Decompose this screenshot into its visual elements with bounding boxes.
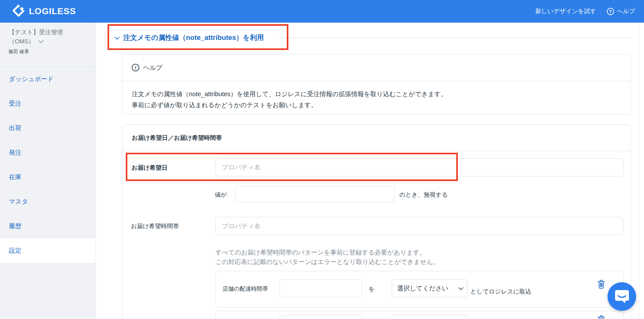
sidebar-item-shipments[interactable]: 出荷 bbox=[0, 116, 96, 140]
help-link-label: ヘルプ bbox=[617, 7, 635, 15]
import-as-suffix-label: としてロジレスに取込 bbox=[470, 288, 531, 296]
help-card-body: 注文メモの属性値（note_attributes）を使用して、ロジレスに受注情報… bbox=[122, 81, 630, 118]
info-icon: i bbox=[132, 64, 139, 71]
time-slot-property-input[interactable] bbox=[215, 217, 624, 235]
section-title-text: 注文メモの属性値（note_attributes）を利用 bbox=[123, 33, 264, 42]
organization-name-line2: （OMS） bbox=[9, 37, 34, 46]
sidebar-nav: ダッシュボード 受注 出荷 発注 在庫 マスタ 履歴 設定 bbox=[0, 67, 96, 263]
delivery-date-property-input[interactable] bbox=[215, 158, 624, 176]
ignore-value-prefix-label: 値が bbox=[215, 191, 227, 199]
section-title-rule bbox=[278, 38, 631, 38]
sidebar-item-orders[interactable]: 受注 bbox=[0, 91, 96, 116]
logo-text: LOGILESS bbox=[29, 6, 76, 16]
delivery-settings-card-header: お届け希望日／お届け希望時間帯 bbox=[122, 125, 630, 151]
header-actions: 新しいデザインを試す ? ヘルプ bbox=[535, 7, 635, 15]
sidebar-item-dashboard[interactable]: ダッシュボード bbox=[0, 67, 96, 91]
select-value: 選択してください bbox=[397, 284, 448, 293]
scroll-track-line bbox=[639, 23, 639, 319]
logiless-app-window: LOGILESS 新しいデザインを試す ? ヘルプ 【テスト】受注管理 （OMS… bbox=[0, 0, 644, 319]
chevron-down-icon bbox=[115, 35, 120, 40]
store-time-slot-value-input[interactable] bbox=[280, 279, 362, 297]
sidebar: 【テスト】受注管理 （OMS） 飯田 綾香 ダッシュボード 受注 出荷 発注 在… bbox=[0, 23, 96, 319]
chevron-down-icon bbox=[458, 285, 464, 290]
logiless-logo[interactable]: LOGILESS bbox=[13, 5, 76, 18]
help-link[interactable]: ? ヘルプ bbox=[607, 7, 635, 15]
store-time-slot-value-input[interactable] bbox=[280, 315, 362, 319]
time-slot-pattern-row bbox=[215, 311, 624, 319]
time-slot-note-line2: この対応表に記載のないパターンはエラーとなり取り込むことができません。 bbox=[215, 257, 439, 267]
chevron-down-icon bbox=[39, 38, 44, 43]
time-slot-label: お届け希望時間帯 bbox=[131, 222, 179, 230]
user-name: 飯田 綾香 bbox=[9, 49, 87, 55]
time-slot-pattern-row: 店舗の配達時間帯 を 選択してください としてロジレスに取込 bbox=[215, 271, 624, 308]
sidebar-item-inventory[interactable]: 在庫 bbox=[0, 165, 96, 189]
chat-launcher-button[interactable] bbox=[608, 282, 636, 311]
sidebar-item-settings[interactable]: 設定 bbox=[0, 238, 96, 263]
organization-selector[interactable]: 【テスト】受注管理 （OMS） 飯田 綾香 bbox=[9, 28, 87, 55]
help-card-header: i ヘルプ bbox=[122, 54, 630, 81]
logiless-time-slot-select[interactable] bbox=[392, 315, 467, 319]
help-card: i ヘルプ 注文メモの属性値（note_attributes）を使用して、ロジレ… bbox=[122, 54, 631, 114]
particle-wo-label: を bbox=[369, 285, 375, 293]
organization-name-line1: 【テスト】受注管理 bbox=[9, 28, 87, 37]
logiless-time-slot-select[interactable]: 選択してください bbox=[392, 279, 467, 297]
ignore-value-input[interactable] bbox=[235, 186, 395, 202]
app-header: LOGILESS 新しいデザインを試す ? ヘルプ bbox=[0, 0, 644, 23]
delivery-date-label: お届け希望日 bbox=[131, 164, 168, 172]
question-circle-icon: ? bbox=[607, 8, 614, 15]
delete-pattern-row-button[interactable] bbox=[597, 279, 606, 289]
help-text-line2: 事前に必ず値が取り込まれるかどうかのテストをお願いします。 bbox=[132, 100, 621, 111]
section-toggle-note-attributes[interactable]: 注文メモの属性値（note_attributes）を利用 bbox=[115, 30, 264, 46]
delete-pattern-row-button[interactable] bbox=[597, 315, 606, 319]
help-card-title: ヘルプ bbox=[143, 63, 162, 72]
sidebar-item-history[interactable]: 履歴 bbox=[0, 214, 96, 238]
logiless-logo-icon bbox=[13, 5, 25, 18]
sidebar-item-purchase-orders[interactable]: 発注 bbox=[0, 140, 96, 165]
chat-bubble-icon bbox=[614, 288, 630, 305]
help-text-line1: 注文メモの属性値（note_attributes）を使用して、ロジレスに受注情報… bbox=[132, 89, 621, 100]
time-slot-note-line1: すべてのお届け希望時間帯のパターンを事前に登録する必要があります。 bbox=[215, 248, 426, 257]
sidebar-item-master[interactable]: マスタ bbox=[0, 189, 96, 214]
delivery-settings-card-title: お届け希望日／お届け希望時間帯 bbox=[132, 134, 222, 142]
ignore-value-suffix-label: のとき、無視する bbox=[399, 191, 448, 199]
store-time-slot-label: 店舗の配達時間帯 bbox=[223, 285, 268, 293]
try-new-design-link[interactable]: 新しいデザインを試す bbox=[535, 7, 596, 15]
